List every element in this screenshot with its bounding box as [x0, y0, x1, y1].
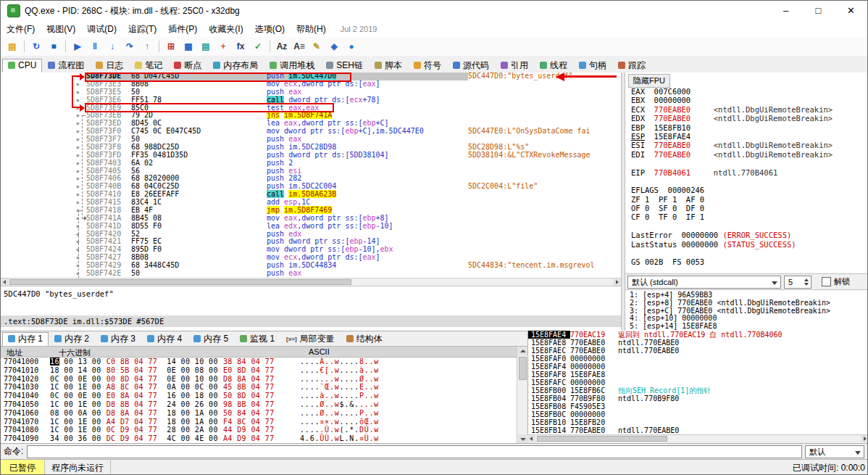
memory-map-icon[interactable]: ▦ — [180, 38, 196, 54]
memory-row[interactable]: 7704101018 00 14 0080 5B 04 770E 00 08 0… — [1, 366, 517, 375]
stepper-down-icon[interactable] — [804, 283, 809, 286]
memory-row[interactable]: 770410301C 00 1E 00A8 8C 04 770A 00 0C 0… — [1, 383, 517, 392]
menu-item-收藏夹(I)[interactable]: 收藏夹(I) — [203, 22, 249, 37]
fx-functions-icon[interactable]: fx — [233, 38, 249, 54]
stack-arg[interactable]: 5: [esp+14] 15E8FAE8 — [630, 323, 868, 331]
scroll-down-icon[interactable] — [520, 438, 526, 441]
memory-row[interactable]: 770410801C 00 1E 000C D9 04 7728 00 2A 0… — [1, 426, 517, 434]
register-LastStatus[interactable]: LastStatus 00000000 (STATUS_SUCCESS) — [631, 240, 868, 249]
register-EBP[interactable]: EBP 15E8FB10 — [631, 123, 868, 132]
stop-icon[interactable]: ■ — [46, 38, 62, 54]
scroll-up-icon[interactable] — [520, 350, 526, 352]
tab-跟踪[interactable]: 跟踪 — [612, 59, 651, 73]
memory-row[interactable]: 7704100016 00 13 00C0 8B 04 7714 00 10 0… — [1, 358, 517, 366]
patches-icon[interactable]: + — [215, 38, 231, 54]
memory-row[interactable]: 7704106008 00 0A 00D8 8A 04 7718 00 1A 0… — [1, 409, 517, 418]
tab-内存布局[interactable]: 内存布局 — [207, 59, 264, 73]
stack-row[interactable]: 15E8FAF000000000 — [528, 355, 868, 363]
breakpoint-dot[interactable]: ● — [1, 175, 86, 183]
restart-icon[interactable]: ↻ — [28, 38, 44, 54]
tab-笔记[interactable]: 笔记 — [129, 59, 168, 73]
breakpoint-dot[interactable]: ● — [1, 246, 86, 254]
pause-icon[interactable]: ‖ — [87, 38, 103, 54]
breakpoint-dot[interactable]: ● — [1, 128, 86, 136]
breakpoint-dot[interactable]: ● — [1, 80, 86, 88]
breakpoint-dot[interactable]: ● — [1, 238, 86, 246]
menu-item-调试(D)[interactable]: 调试(D) — [81, 22, 122, 37]
disasm-row[interactable]: ●5D8F74036A 02push 2 — [1, 160, 621, 168]
stack-row[interactable]: 15E8FAFC00000000 — [528, 379, 868, 387]
tab-断点[interactable]: 断点 — [168, 59, 207, 73]
memory-row[interactable]: 770410701C 00 1E 00A4 D7 04 7718 00 1A 0… — [1, 418, 517, 426]
command-mode-dropdown[interactable]: 默认 — [805, 445, 864, 458]
tab-内存 5[interactable]: 内存 5 — [188, 332, 234, 346]
check-icon[interactable]: ✓ — [250, 38, 266, 54]
register-ECX[interactable]: ECX 770EABE0 <ntdll.DbgUiRemoteBreakin> — [631, 105, 868, 114]
stack-row[interactable]: 15E8FAF815E8FAE8 — [528, 371, 868, 379]
step-over-icon[interactable]: ↷ — [122, 38, 138, 54]
tab-内存 4[interactable]: 内存 4 — [141, 332, 188, 346]
close-button[interactable]: ✕ — [835, 1, 867, 21]
stack-row[interactable]: 15E8FAE8770EABE0ntdll.770EABE0 — [528, 339, 868, 347]
dump-vscroll-thumb[interactable] — [519, 357, 527, 380]
memory-row[interactable]: 770410501C 00 1E 00D8 8B 04 7724 00 26 0… — [1, 400, 517, 409]
breakpoint-dot[interactable]: ● — [1, 199, 86, 207]
breakpoint-dot[interactable]: ● — [1, 231, 86, 239]
stack-row[interactable]: 15E8FAEC770EABE0ntdll.770EABE0 — [528, 347, 868, 355]
breakpoint-dot[interactable]: ● — [1, 223, 86, 231]
menu-item-帮助(H)[interactable]: 帮助(H) — [291, 22, 332, 37]
register-EDI[interactable]: EDI 770EABE0 <ntdll.DbgUiRemoteBreakin> — [631, 150, 868, 159]
stack-row[interactable]: 15E8FB1015E8FB20 — [528, 418, 868, 426]
stack-row[interactable]: 15E8FB08F45905E3 — [528, 402, 868, 410]
register-ESP[interactable]: ESP 15E8FAE4 — [631, 132, 868, 141]
unlock-checkbox[interactable] — [822, 277, 831, 286]
breakpoint-dot[interactable]: ● — [1, 88, 86, 96]
disasm-row[interactable]: ●5D8F742E50push eax — [1, 270, 621, 278]
tab-调用堆栈[interactable]: 调用堆栈 — [264, 59, 320, 73]
call-stack-icon[interactable]: ▤ — [198, 38, 214, 54]
stack-hscroll-thumb[interactable] — [537, 436, 667, 442]
disasm-row[interactable]: ●5D8F741D8D55 F0lea edx,dword ptr ss:[eb… — [1, 223, 621, 231]
stack-row[interactable]: 15E8FAE4770EAC19返回到 ntdll.770EAC19 自 ntd… — [528, 331, 868, 339]
register-ESI[interactable]: ESI 770EABE0 <ntdll.DbgUiRemoteBreakin> — [631, 141, 868, 149]
disasm-hscrollbar[interactable] — [1, 278, 621, 286]
tab-脚本[interactable]: 脚本 — [369, 59, 408, 73]
hide-fpu-button[interactable]: 隐藏FPU — [628, 74, 670, 88]
breakpoint-dot[interactable]: ● — [1, 262, 86, 270]
tab-内存 1[interactable]: 内存 1 — [2, 332, 49, 346]
tab-流程图[interactable]: 流程图 — [42, 59, 90, 73]
tab-内存 3[interactable]: 内存 3 — [95, 332, 141, 346]
stack-scroll-right-icon[interactable] — [864, 437, 867, 441]
tab-内存 2[interactable]: 内存 2 — [49, 332, 95, 346]
register-EAX[interactable]: EAX 007C6000 — [631, 87, 868, 96]
menu-item-选项(O)[interactable]: 选项(O) — [249, 22, 291, 37]
breakpoint-dot[interactable]: ● — [1, 183, 86, 191]
step-into-icon[interactable]: ↓ — [104, 38, 120, 54]
disasm-hscroll-thumb[interactable] — [9, 279, 351, 285]
breakpoint-dot[interactable]: ● — [1, 215, 86, 223]
memory-row[interactable]: 7704109034 00 36 00DC D9 04 774C 00 4E 0… — [1, 434, 517, 443]
breakpoint-dot[interactable]: ● — [1, 152, 86, 160]
memory-row[interactable]: 770410200C 00 0E 0000 8D 04 770E 00 10 0… — [1, 375, 517, 384]
breakpoint-dot[interactable]: ● — [1, 144, 86, 152]
register-LastError[interactable]: LastError 00000000 (ERROR_SUCCESS) — [631, 231, 868, 239]
minimize-button[interactable]: – — [769, 1, 802, 21]
breakpoint-dot[interactable]: ● — [1, 207, 86, 215]
memory-row[interactable]: 770410400C 00 0E 00E0 8A 04 7716 00 18 0… — [1, 392, 517, 400]
register-EDX[interactable]: EDX 770EABE0 <ntdll.DbgUiRemoteBreakin> — [631, 114, 868, 123]
tab-引用[interactable]: 引用 — [495, 59, 534, 73]
stack-row[interactable]: 15E8FB0C00000000 — [528, 410, 868, 418]
step-out-icon[interactable]: ↑ — [139, 38, 155, 54]
breakpoint-dot[interactable]: ● — [1, 191, 86, 199]
az-strings-icon[interactable]: Az — [274, 38, 290, 54]
breakpoint-dot[interactable]: ● — [1, 73, 86, 80]
stack-scroll-left-icon[interactable] — [530, 437, 533, 441]
open-file-icon[interactable]: ▤ — [4, 38, 20, 54]
arg-count-stepper[interactable]: 5 — [784, 276, 811, 289]
menu-item-插件(P)[interactable]: 插件(P) — [162, 22, 203, 37]
breakpoint-dot[interactable]: ● — [1, 112, 86, 120]
breakpoint-dot[interactable]: ● — [1, 120, 86, 128]
tab-句柄[interactable]: 句柄 — [573, 59, 612, 73]
tab-SEH链[interactable]: SEH链 — [320, 59, 369, 73]
tab-结构体[interactable]: 结构体 — [341, 332, 388, 346]
